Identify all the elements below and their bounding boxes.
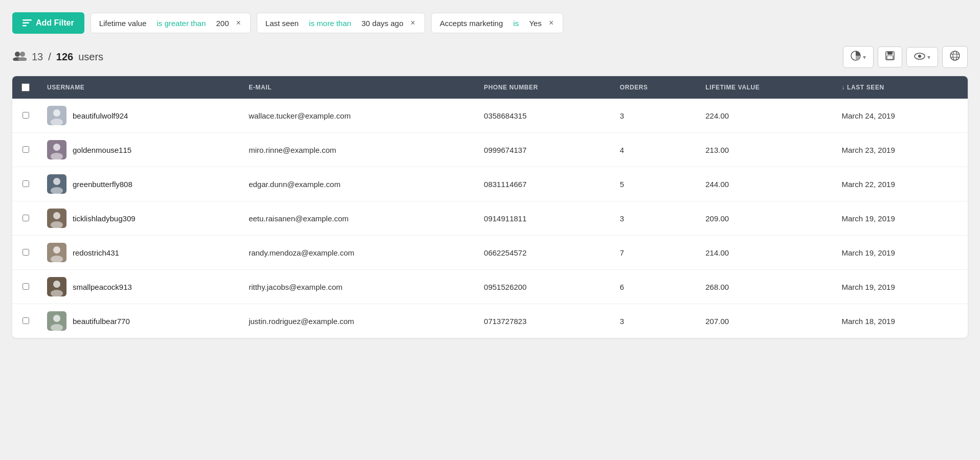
row-lifetime-cell: 224.00 (697, 99, 833, 133)
svg-point-30 (53, 246, 60, 254)
columns-button[interactable]: ▾ (906, 47, 938, 67)
row-orders-cell: 6 (612, 270, 698, 304)
count-separator: / (48, 51, 51, 63)
table-row[interactable]: smallpeacock913 ritthy.jacobs@example.co… (12, 270, 968, 304)
row-orders-cell: 4 (612, 133, 698, 167)
svg-point-27 (53, 212, 60, 219)
col-orders-header[interactable]: ORDERS (612, 76, 698, 99)
row-email-cell: eetu.raisanen@example.com (240, 201, 476, 236)
row-phone-cell: 0358684315 (476, 99, 612, 133)
add-filter-label: Add Filter (36, 18, 74, 28)
svg-rect-10 (887, 56, 893, 59)
col-email-header[interactable]: E-MAIL (240, 76, 476, 99)
username-text: smallpeacock913 (73, 283, 132, 291)
row-lifetime-cell: 209.00 (697, 201, 833, 236)
filter-lastseen-value: 30 days ago (362, 19, 404, 28)
toolbar-actions: ▾ ▾ (843, 46, 968, 68)
filter-lastseen-prefix: Last seen (265, 19, 299, 28)
row-checkbox-cell (12, 304, 39, 338)
save-button[interactable] (878, 47, 902, 67)
col-lifetime-header[interactable]: LIFETIME VALUE (697, 76, 833, 99)
svg-point-36 (53, 315, 60, 322)
row-checkbox-cell (12, 270, 39, 304)
avatar (47, 243, 66, 262)
row-username-cell: ticklishladybug309 (39, 201, 240, 236)
row-phone-cell: 0914911811 (476, 201, 612, 236)
svg-rect-0 (23, 19, 32, 21)
table-row[interactable]: greenbutterfly808 edgar.dunn@example.com… (12, 167, 968, 201)
globe-icon (950, 51, 960, 63)
row-phone-cell: 0951526200 (476, 270, 612, 304)
row-orders-cell: 3 (612, 304, 698, 338)
filter-marketing-value: Yes (529, 19, 541, 28)
svg-point-18 (53, 109, 60, 117)
row-email-cell: randy.mendoza@example.com (240, 236, 476, 270)
segment-button[interactable]: ▾ (843, 46, 874, 68)
col-phone-header[interactable]: PHONE NUMBER (476, 76, 612, 99)
table-row[interactable]: beautifulwolf924 wallace.tucker@example.… (12, 99, 968, 133)
table-row[interactable]: ticklishladybug309 eetu.raisanen@example… (12, 201, 968, 236)
filter-chip-lastseen: Last seen is more than 30 days ago × (257, 13, 425, 33)
row-email-cell: wallace.tucker@example.com (240, 99, 476, 133)
username-text: beautifulwolf924 (73, 111, 128, 120)
avatar (47, 209, 66, 228)
users-icon (12, 51, 27, 64)
row-username-cell: smallpeacock913 (39, 270, 240, 304)
row-lastseen-cell: March 19, 2019 (834, 236, 968, 270)
row-username-cell: goldenmouse115 (39, 133, 240, 167)
row-username-cell: beautifulwolf924 (39, 99, 240, 133)
filter-lifetime-keyword: is greater than (157, 19, 206, 28)
row-lastseen-cell: March 24, 2019 (834, 99, 968, 133)
row-email-cell: miro.rinne@example.com (240, 133, 476, 167)
segment-icon (851, 51, 861, 63)
svg-point-4 (20, 52, 25, 57)
username-text: redostrich431 (73, 248, 119, 257)
table-row[interactable]: redostrich431 randy.mendoza@example.com … (12, 236, 968, 270)
avatar (47, 140, 66, 159)
filter-lifetime-value: 200 (216, 19, 229, 28)
row-phone-cell: 0831114667 (476, 167, 612, 201)
row-checkbox[interactable] (23, 180, 29, 187)
col-username-header[interactable]: USERNAME (39, 76, 240, 99)
username-text: goldenmouse115 (73, 146, 131, 154)
filter-marketing-close[interactable]: × (548, 18, 554, 28)
table-row[interactable]: goldenmouse115 miro.rinne@example.com 09… (12, 133, 968, 167)
eye-icon (914, 52, 925, 62)
add-filter-button[interactable]: Add Filter (12, 12, 84, 34)
row-checkbox[interactable] (23, 215, 29, 221)
row-orders-cell: 5 (612, 167, 698, 201)
row-checkbox-cell (12, 201, 39, 236)
row-checkbox-cell (12, 99, 39, 133)
row-checkbox[interactable] (23, 249, 29, 256)
filter-lifetime-prefix: Lifetime value (99, 19, 147, 28)
col-lastseen-header[interactable]: ↓ LAST SEEN (834, 76, 968, 99)
row-email-cell: ritthy.jacobs@example.com (240, 270, 476, 304)
row-username-cell: redostrich431 (39, 236, 240, 270)
table-row[interactable]: beautifulbear770 justin.rodriguez@exampl… (12, 304, 968, 338)
table-header-row: USERNAME E-MAIL PHONE NUMBER ORDERS LIFE… (12, 76, 968, 99)
filter-marketing-keyword: is (513, 19, 519, 28)
total-count: 126 (56, 51, 73, 63)
row-lastseen-cell: March 19, 2019 (834, 270, 968, 304)
filter-lastseen-close[interactable]: × (410, 18, 416, 28)
select-all-checkbox[interactable] (21, 83, 30, 91)
filtered-count: 13 (32, 51, 43, 63)
row-checkbox-cell (12, 236, 39, 270)
row-checkbox[interactable] (23, 146, 29, 153)
row-checkbox-cell (12, 167, 39, 201)
filter-lifetime-close[interactable]: × (235, 18, 242, 28)
row-checkbox[interactable] (23, 112, 29, 119)
filter-chip-marketing: Accepts marketing is Yes × (431, 13, 563, 33)
avatar (47, 277, 66, 296)
svg-point-3 (15, 52, 20, 57)
row-checkbox[interactable] (23, 317, 29, 324)
row-username-cell: greenbutterfly808 (39, 167, 240, 201)
row-checkbox[interactable] (23, 283, 29, 290)
svg-point-21 (53, 144, 60, 151)
count-label: users (78, 51, 103, 63)
row-lifetime-cell: 213.00 (697, 133, 833, 167)
row-lifetime-cell: 214.00 (697, 236, 833, 270)
export-button[interactable] (942, 46, 968, 68)
stats-row: 13 / 126 users ▾ (12, 46, 968, 68)
row-lastseen-cell: March 22, 2019 (834, 167, 968, 201)
